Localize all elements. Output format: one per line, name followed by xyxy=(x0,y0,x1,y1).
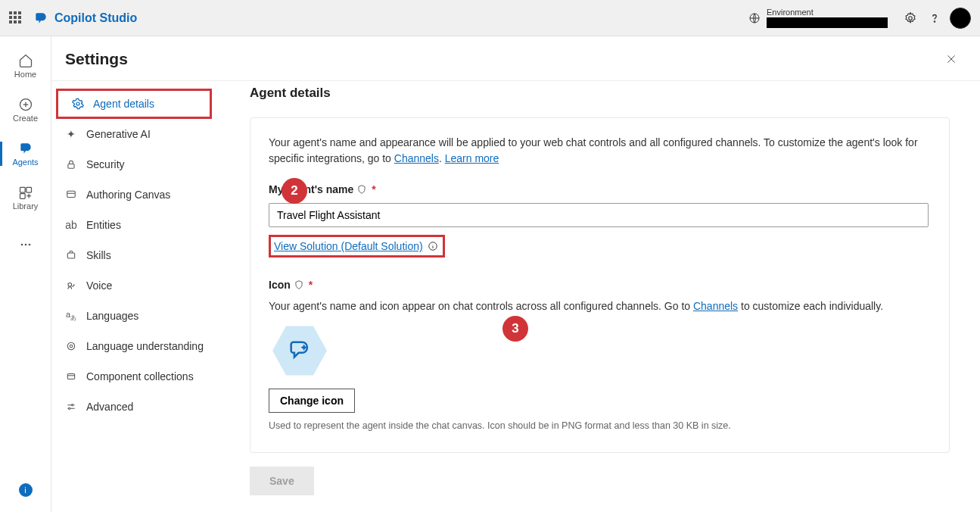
entities-icon: ab xyxy=(65,219,77,231)
environment-label: Environment xyxy=(767,8,888,17)
languages-icon: aあ xyxy=(65,310,77,322)
icon-label: Icon * xyxy=(269,279,931,291)
nav-home[interactable]: Home xyxy=(0,44,51,88)
sparkle-icon: ✦ xyxy=(65,128,77,140)
svg-point-16 xyxy=(70,345,73,348)
close-icon xyxy=(945,53,957,65)
svg-rect-4 xyxy=(20,187,25,192)
nav-create[interactable]: Create xyxy=(0,88,51,132)
help-icon xyxy=(928,11,941,25)
agent-details-description: Your agent's name and appearance will be… xyxy=(269,135,931,167)
agent-name-input[interactable] xyxy=(269,203,929,227)
app-launcher-icon[interactable] xyxy=(9,11,23,25)
view-solution-link[interactable]: View Solution (Default Solution) xyxy=(274,240,423,252)
svg-point-2 xyxy=(934,20,935,21)
agent-details-card: Your agent's name and appearance will be… xyxy=(250,117,950,453)
svg-point-18 xyxy=(72,404,73,406)
snav-component-collections[interactable]: Component collections xyxy=(51,361,250,392)
snav-agent-details[interactable]: Agent details xyxy=(56,89,212,119)
home-icon xyxy=(18,53,33,68)
snav-languages[interactable]: aあ Languages xyxy=(51,301,250,331)
snav-entities[interactable]: ab Entities xyxy=(51,210,250,240)
close-button[interactable] xyxy=(945,53,957,65)
view-solution-highlight: View Solution (Default Solution) xyxy=(269,235,445,258)
brand[interactable]: Copilot Studio xyxy=(33,11,137,26)
library-icon xyxy=(18,185,33,200)
annotation-2: 2 xyxy=(282,178,307,204)
snav-skills[interactable]: Skills xyxy=(51,240,250,270)
change-icon-button[interactable]: Change icon xyxy=(269,389,355,413)
brand-name: Copilot Studio xyxy=(54,11,137,25)
snav-generative-ai[interactable]: ✦ Generative AI xyxy=(51,119,250,149)
agent-icon-preview xyxy=(269,323,331,378)
save-button[interactable]: Save xyxy=(250,467,314,495)
gear-icon xyxy=(72,98,84,110)
environment-picker[interactable]: Environment xyxy=(748,8,888,27)
channels-link[interactable]: Channels xyxy=(394,152,439,164)
svg-point-7 xyxy=(20,244,23,246)
annotation-3: 3 xyxy=(502,316,528,342)
svg-point-1 xyxy=(909,16,913,20)
page-title: Settings xyxy=(65,50,128,68)
svg-rect-5 xyxy=(26,187,31,192)
snav-security[interactable]: Security xyxy=(51,149,250,180)
svg-point-10 xyxy=(76,102,79,105)
lock-icon xyxy=(65,158,77,170)
icon-description: Your agent's name and icon appear on cha… xyxy=(269,298,931,314)
svg-rect-17 xyxy=(67,374,74,379)
shield-icon xyxy=(356,184,367,195)
svg-rect-12 xyxy=(67,191,76,197)
help-button[interactable] xyxy=(922,6,947,30)
agent-name-label: My agent's name * xyxy=(269,183,931,195)
brain-icon xyxy=(65,340,77,352)
agents-icon xyxy=(18,141,33,156)
gear-icon xyxy=(904,11,917,25)
nav-agents[interactable]: Agents xyxy=(0,132,51,176)
svg-rect-11 xyxy=(68,164,74,168)
info-badge[interactable]: i xyxy=(19,483,33,497)
learn-more-link[interactable]: Learn more xyxy=(445,152,499,164)
nav-more[interactable] xyxy=(0,223,51,267)
snav-language-understanding[interactable]: Language understanding xyxy=(51,331,250,361)
skills-icon xyxy=(65,249,77,261)
shield-icon xyxy=(294,279,304,290)
globe-icon xyxy=(748,12,761,24)
snav-advanced[interactable]: Advanced xyxy=(51,392,250,422)
agent-default-icon xyxy=(287,338,313,364)
content-area: Agent details Your agent's name and appe… xyxy=(250,81,980,512)
svg-rect-13 xyxy=(67,253,74,258)
environment-value xyxy=(767,17,888,28)
svg-point-8 xyxy=(24,244,26,246)
section-title: Agent details xyxy=(250,86,950,101)
channels-link-2[interactable]: Channels xyxy=(693,300,738,312)
icon-hint: Used to represent the agent inside the c… xyxy=(269,420,931,431)
left-nav: Home Create Agents Library i xyxy=(0,36,51,512)
top-bar: Copilot Studio Environment xyxy=(0,0,980,36)
svg-rect-6 xyxy=(20,194,25,199)
required-asterisk: * xyxy=(309,279,313,291)
page-header: Settings xyxy=(51,36,980,81)
advanced-icon xyxy=(65,401,77,413)
svg-point-14 xyxy=(68,283,72,287)
snav-authoring-canvas[interactable]: Authoring Canvas xyxy=(51,180,250,210)
settings-nav: Agent details ✦ Generative AI Security A… xyxy=(51,81,250,512)
user-avatar[interactable] xyxy=(950,8,971,29)
voice-icon xyxy=(65,279,77,292)
svg-point-19 xyxy=(69,407,70,409)
required-asterisk: * xyxy=(372,183,375,195)
plus-circle-icon xyxy=(18,97,33,112)
snav-voice[interactable]: Voice xyxy=(51,270,250,301)
canvas-icon xyxy=(65,189,77,201)
collections-icon xyxy=(65,370,77,382)
svg-point-9 xyxy=(28,244,30,246)
copilot-logo-icon xyxy=(33,11,48,26)
ellipsis-icon xyxy=(18,237,33,252)
info-icon[interactable] xyxy=(428,241,438,251)
svg-point-15 xyxy=(67,342,74,349)
nav-library[interactable]: Library xyxy=(0,176,51,220)
settings-gear-button[interactable] xyxy=(898,6,922,30)
